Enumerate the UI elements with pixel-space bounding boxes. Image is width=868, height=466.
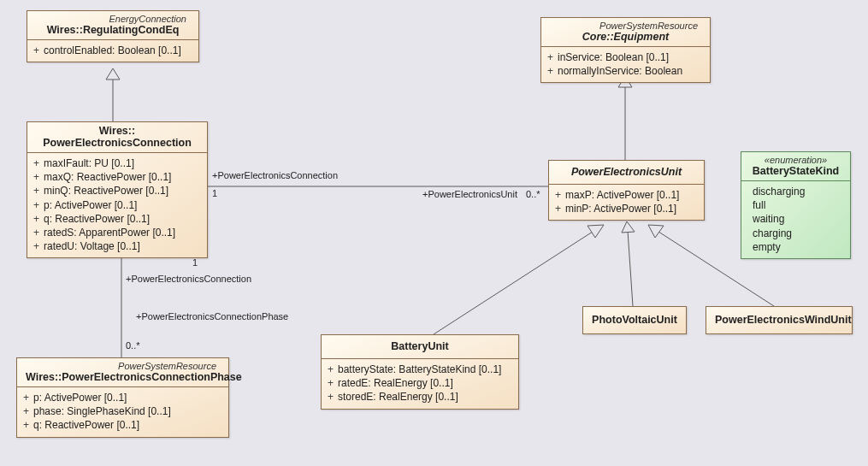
- svg-marker-2: [588, 225, 604, 238]
- attr-section: +controlEnabled: Boolean [0..1]: [27, 40, 198, 62]
- assoc-role-label: +PowerElectronicsConnectionPhase: [136, 311, 288, 321]
- class-core-equipment[interactable]: PowerSystemResource Core::Equipment +inS…: [540, 17, 711, 83]
- class-name: PowerElectronicsWindUnit: [715, 310, 843, 330]
- svg-marker-0: [106, 68, 120, 80]
- enum-battery-state-kind[interactable]: «enumeration» BatteryStateKind dischargi…: [741, 151, 851, 259]
- class-name: Core::Equipment: [550, 31, 701, 43]
- class-power-electronics-connection[interactable]: Wires::PowerElectronicsConnection +maxIF…: [27, 121, 208, 258]
- attr-section: +maxP: ActivePower [0..1] +minP: ActiveP…: [549, 185, 704, 220]
- enum-values: discharging full waiting charging empty: [741, 181, 850, 258]
- assoc-mult-label: 0..*: [526, 189, 540, 199]
- class-regulating-cond-eq[interactable]: EnergyConnection Wires::RegulatingCondEq…: [27, 10, 199, 62]
- class-name: Wires::PowerElectronicsConnection: [36, 125, 198, 149]
- class-photovoltaic-unit[interactable]: PhotoVoltaicUnit: [582, 306, 687, 334]
- class-name: PowerElectronicsUnit: [558, 163, 695, 180]
- attr-section: +p: ActivePower [0..1] +phase: SinglePha…: [17, 387, 228, 437]
- assoc-mult-label: 0..*: [126, 340, 140, 351]
- svg-marker-3: [622, 221, 635, 233]
- class-name: BatteryStateKind: [750, 165, 841, 177]
- assoc-role-label: +PowerElectronicsConnection: [126, 274, 251, 284]
- stereotype-label: PowerSystemResource: [26, 361, 220, 371]
- class-power-electronics-connection-phase[interactable]: PowerSystemResource Wires::PowerElectron…: [16, 357, 229, 438]
- class-power-electronics-unit[interactable]: PowerElectronicsUnit +maxP: ActivePower …: [548, 160, 705, 221]
- svg-marker-4: [648, 225, 664, 238]
- attr-section: +batteryState: BatteryStateKind [0..1] +…: [322, 359, 518, 409]
- assoc-role-label: +PowerElectronicsConnection: [212, 170, 338, 180]
- class-name: BatteryUnit: [330, 338, 510, 355]
- assoc-mult-label: 1: [212, 188, 217, 198]
- class-name: Wires::RegulatingCondEq: [36, 24, 190, 36]
- attr-section: +inService: Boolean [0..1] +normallyInSe…: [541, 47, 710, 82]
- class-power-electronics-wind-unit[interactable]: PowerElectronicsWindUnit: [706, 306, 853, 334]
- stereotype-label: EnergyConnection: [36, 14, 190, 24]
- attr-section: +maxIFault: PU [0..1] +maxQ: ReactivePow…: [27, 153, 207, 257]
- class-name: PhotoVoltaicUnit: [592, 310, 677, 330]
- stereotype-label: PowerSystemResource: [550, 21, 701, 31]
- assoc-mult-label: 1: [192, 257, 198, 268]
- class-name: Wires::PowerElectronicsConnectionPhase: [26, 371, 220, 383]
- assoc-role-label: +PowerElectronicsUnit: [422, 189, 517, 199]
- class-battery-unit[interactable]: BatteryUnit +batteryState: BatteryStateK…: [321, 334, 519, 410]
- stereotype-label: «enumeration»: [750, 155, 841, 165]
